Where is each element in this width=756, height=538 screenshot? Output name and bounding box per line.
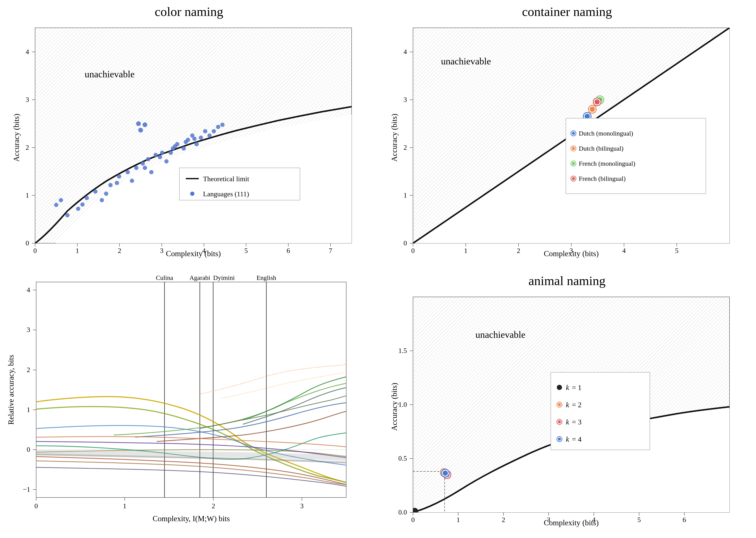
container-unachievable-label: unachievable [441,56,491,67]
svg-point-35 [80,202,85,207]
svg-text:Dutch (monolingual): Dutch (monolingual) [579,130,633,137]
rel-x-ticks: 0 1 2 3 [34,498,304,510]
svg-text:3: 3 [547,516,550,523]
svg-text:3: 3 [570,247,573,254]
svg-text:2: 2 [27,366,30,374]
color-unachievable-label: unachievable [85,69,135,80]
color-legend-dot [190,191,194,196]
svg-text:3: 3 [300,502,304,510]
animal-naming-chart: Accuracy (bits) Complexity (bits) [389,291,745,534]
color-naming-panel: color naming Accuracy (bits) Complexity … [0,0,378,269]
svg-text:1: 1 [75,247,79,254]
svg-point-85 [594,99,600,104]
svg-rect-121 [36,282,346,498]
svg-point-40 [168,151,173,155]
svg-point-184 [557,385,562,390]
svg-point-5 [54,203,58,207]
rel-culina-label: Culina [156,274,173,281]
svg-point-39 [158,155,162,159]
container-naming-title: container naming [522,4,612,19]
svg-point-46 [136,121,141,126]
rel-y-ticks: −1 0 1 2 3 4 [23,286,36,493]
svg-point-43 [192,136,197,141]
svg-text:= 4: = 4 [572,435,582,443]
svg-text:6: 6 [287,247,290,254]
svg-point-116 [572,162,575,165]
svg-text:1: 1 [25,191,29,199]
svg-text:4: 4 [27,286,30,294]
svg-point-22 [164,159,168,164]
relative-accuracy-panel: Relative accuracy, bits Complexity, I(M;… [0,269,378,538]
animal-x-label: Complexity (bits) [544,518,599,527]
color-naming-title: color naming [155,4,223,19]
svg-point-9 [85,196,89,200]
svg-text:5: 5 [638,516,641,523]
svg-point-25 [181,146,186,151]
svg-text:French (bilingual): French (bilingual) [579,175,626,182]
svg-point-41 [173,144,177,148]
svg-point-10 [93,189,98,194]
svg-point-154 [411,508,418,515]
svg-point-81 [590,107,595,112]
svg-point-7 [65,213,70,217]
svg-text:5: 5 [244,247,248,254]
color-y-label: Accuracy (bits) [12,114,21,162]
svg-point-16 [134,166,138,170]
svg-point-42 [184,140,188,144]
rel-dyimini-label: Dyimini [213,274,235,281]
svg-point-6 [59,198,63,202]
svg-text:0: 0 [411,247,415,254]
svg-text:1: 1 [123,502,126,510]
svg-point-37 [115,181,119,185]
main-grid: color naming Accuracy (bits) Complexity … [0,0,756,538]
svg-text:1.5: 1.5 [398,347,407,354]
rel-x-label: Complexity, I(M;W) bits [153,514,230,523]
svg-text:−1: −1 [23,485,30,493]
svg-text:1: 1 [27,406,30,413]
svg-text:French (monolingual): French (monolingual) [579,160,635,167]
svg-point-21 [160,151,164,155]
svg-text:1: 1 [456,516,460,523]
svg-point-11 [100,198,104,202]
svg-text:2: 2 [403,143,407,151]
svg-point-17 [141,161,145,166]
svg-text:3: 3 [403,96,407,103]
svg-text:0: 0 [33,247,37,254]
svg-point-188 [558,403,561,406]
svg-text:0: 0 [403,239,407,247]
svg-text:0: 0 [25,239,29,247]
svg-point-44 [138,128,143,133]
svg-point-192 [558,420,561,423]
svg-text:0: 0 [34,502,38,510]
color-y-ticks: 0 1 2 3 4 [25,48,35,247]
svg-point-38 [143,166,147,170]
svg-point-18 [146,157,150,161]
svg-point-113 [572,147,575,150]
svg-text:2: 2 [502,516,505,523]
svg-text:4: 4 [622,247,626,254]
svg-text:2: 2 [212,502,215,510]
svg-point-110 [572,132,575,135]
svg-text:k: k [566,418,569,426]
animal-naming-panel: animal naming Accuracy (bits) Complexity… [378,269,756,538]
svg-text:= 2: = 2 [572,401,582,409]
animal-y-ticks: 0.0 0.5 1.0 1.5 [398,347,413,516]
rel-agarabi-label: Agarabi [189,274,210,281]
color-legend-line-label: Theoretical limit [203,175,249,183]
container-naming-panel: container naming Accuracy (bits) Complex… [378,0,756,269]
svg-point-12 [108,183,113,187]
svg-text:= 1: = 1 [572,384,582,392]
rel-y-label: Relative accuracy, bits [7,355,15,425]
svg-point-13 [117,174,121,179]
svg-text:0.0: 0.0 [398,508,407,516]
svg-point-36 [104,191,108,196]
svg-text:k: k [566,384,569,392]
svg-text:3: 3 [25,96,29,103]
svg-text:4: 4 [25,48,29,56]
animal-x-ticks: 0 1 2 3 4 5 6 [411,512,686,523]
animal-y-label: Accuracy (bits) [390,383,399,431]
svg-text:0: 0 [411,516,415,523]
svg-text:3: 3 [27,326,30,334]
svg-point-45 [143,122,147,127]
svg-text:0: 0 [27,446,30,453]
